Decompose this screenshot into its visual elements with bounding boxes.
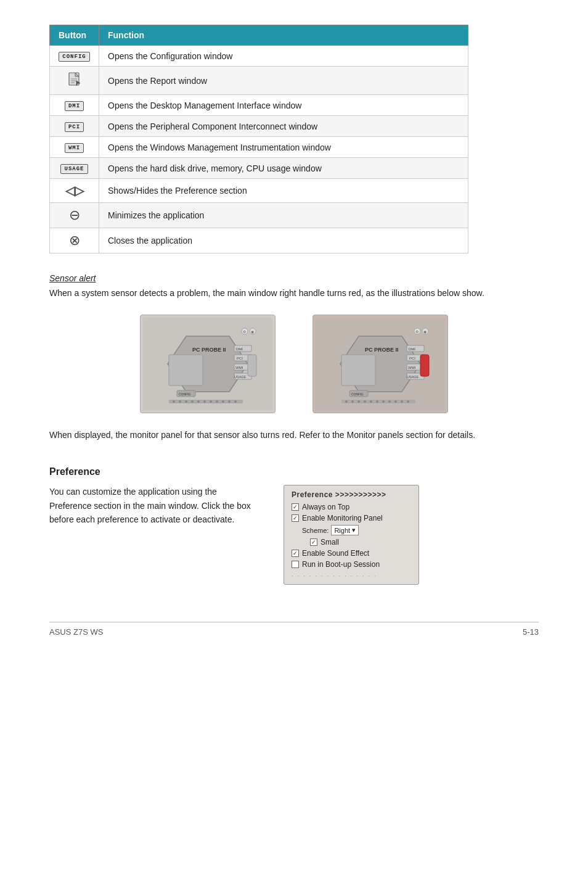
preference-title: Preference — [49, 466, 539, 477]
svg-text:USAGE: USAGE — [234, 375, 247, 379]
table-header-function: Function — [99, 25, 468, 46]
svg-text:⚙: ⚙ — [243, 330, 246, 334]
svg-point-65 — [394, 400, 397, 403]
pref-scheme-row: Scheme: Right ▾ — [302, 525, 411, 535]
pref-scheme-value: Right — [334, 527, 350, 534]
svg-point-36 — [234, 400, 237, 403]
svg-text:PC PROBE II: PC PROBE II — [192, 347, 226, 353]
table-row: DMI Opens the Desktop Management Interfa… — [50, 95, 468, 116]
preference-panel-title: Preference >>>>>>>>>>> — [292, 490, 411, 499]
pref-label-enable-monitoring: Enable Monitoring Panel — [302, 514, 383, 522]
table-row: WMI Opens the Windows Management Instrum… — [50, 137, 468, 158]
table-row: ⊖ Minimizes the application — [50, 203, 468, 228]
pref-checkbox-small[interactable]: ✓ — [310, 538, 317, 546]
button-cell — [50, 67, 99, 95]
svg-point-64 — [388, 400, 391, 403]
button-cell: WMI — [50, 137, 99, 158]
svg-rect-17 — [169, 355, 203, 386]
arrows-button-icon: ◁▷ — [65, 184, 84, 197]
page-footer: ASUS Z7S WS 5-13 — [49, 622, 539, 637]
function-cell: Opens the Report window — [99, 67, 468, 95]
report-button-icon — [66, 71, 83, 88]
svg-text:USAGE: USAGE — [407, 375, 419, 379]
sensor-alert-paragraph1: When a system sensor detects a problem, … — [49, 287, 539, 300]
probe-images-container: PC PROBE II DMI PCI WMI USAGE CONFIG ⚙ ◉ — [49, 315, 539, 413]
pref-item-boot-up[interactable]: Run in Boot-up Session — [292, 560, 411, 569]
svg-rect-24 — [248, 355, 256, 376]
dropdown-arrow-icon: ▾ — [352, 526, 356, 534]
probe-image-alert: PC PROBE II DMI PCI WMI USAGE CONFIG ⚙ ◉ — [312, 315, 448, 413]
function-cell: Shows/Hides the Preference section — [99, 179, 468, 203]
pref-label-small: Small — [321, 538, 339, 547]
close-button-icon: ⊗ — [69, 233, 80, 248]
minimize-button-icon: ⊖ — [69, 207, 80, 223]
svg-text:CONFIG: CONFIG — [179, 392, 191, 396]
svg-point-62 — [376, 400, 378, 403]
table-row: USAGE Opens the hard disk drive, memory,… — [50, 158, 468, 179]
svg-text:DMI: DMI — [409, 347, 415, 351]
pref-scheme-select[interactable]: Right ▾ — [331, 525, 359, 535]
svg-point-27 — [179, 400, 181, 403]
button-cell: PCI — [50, 116, 99, 137]
function-cell: Opens the Desktop Management Interface w… — [99, 95, 468, 116]
preference-panel: Preference >>>>>>>>>>> ✓ Always on Top ✓… — [284, 485, 419, 585]
svg-point-66 — [401, 400, 403, 403]
pref-item-small[interactable]: ✓ Small — [310, 538, 411, 547]
preference-layout: You can customize the application using … — [49, 485, 539, 585]
pref-checkbox-always-on-top[interactable]: ✓ — [292, 503, 299, 511]
svg-text:◉: ◉ — [251, 330, 254, 334]
svg-point-31 — [203, 400, 206, 403]
svg-point-28 — [185, 400, 187, 403]
pref-label-boot-up: Run in Boot-up Session — [302, 560, 380, 569]
button-cell: CONFIG — [50, 46, 99, 67]
table-row: ◁▷ Shows/Hides the Preference section — [50, 179, 468, 203]
function-cell: Opens the hard disk drive, memory, CPU u… — [99, 158, 468, 179]
svg-point-57 — [345, 400, 348, 403]
function-cell: Opens the Peripheral Component Interconn… — [99, 116, 468, 137]
pref-item-enable-monitoring[interactable]: ✓ Enable Monitoring Panel — [292, 514, 411, 522]
svg-text:PC PROBE II: PC PROBE II — [365, 347, 399, 353]
preference-section: Preference You can customize the applica… — [49, 466, 539, 585]
dmi-button-icon: DMI — [65, 101, 84, 111]
sensor-alert-title: Sensor alert — [49, 273, 539, 283]
table-row: CONFIG Opens the Configuration window — [50, 46, 468, 67]
svg-rect-55 — [420, 355, 429, 376]
pref-item-always-on-top[interactable]: ✓ Always on Top — [292, 503, 411, 511]
sensor-alert-paragraph2: When displayed, the monitor panel for th… — [49, 428, 539, 442]
function-table: Button Function CONFIG Opens the Configu… — [49, 25, 468, 254]
svg-point-30 — [197, 400, 200, 403]
svg-text:PCI: PCI — [237, 357, 243, 360]
function-cell: Minimizes the application — [99, 203, 468, 228]
usage-button-icon: USAGE — [60, 164, 88, 174]
table-row: Opens the Report window — [50, 67, 468, 95]
pref-item-sound-effect[interactable]: ✓ Enable Sound Effect — [292, 549, 411, 558]
footer-product-name: ASUS Z7S WS — [49, 627, 103, 637]
svg-point-33 — [216, 400, 218, 403]
pref-scheme-label: Scheme: — [302, 527, 329, 534]
svg-point-32 — [210, 400, 212, 403]
svg-point-61 — [370, 400, 372, 403]
svg-text:CONFIG: CONFIG — [351, 392, 364, 396]
svg-point-58 — [351, 400, 354, 403]
pci-button-icon: PCI — [65, 122, 84, 132]
svg-text:PCI: PCI — [409, 357, 415, 360]
preference-description: You can customize the application using … — [49, 485, 259, 526]
function-cell: Closes the application — [99, 228, 468, 254]
pref-checkbox-boot-up[interactable] — [292, 561, 299, 568]
svg-text:⚙: ⚙ — [415, 330, 419, 334]
svg-point-35 — [228, 400, 231, 403]
svg-text:DMI: DMI — [236, 347, 243, 351]
pref-label-sound-effect: Enable Sound Effect — [302, 549, 369, 558]
svg-point-59 — [357, 400, 360, 403]
pref-checkbox-enable-monitoring[interactable]: ✓ — [292, 514, 299, 522]
pref-label-always-on-top: Always on Top — [302, 503, 349, 511]
svg-text:◉: ◉ — [423, 330, 427, 334]
pref-checkbox-sound-effect[interactable]: ✓ — [292, 550, 299, 557]
svg-point-34 — [222, 400, 224, 403]
table-header-button: Button — [50, 25, 99, 46]
config-button-icon: CONFIG — [59, 52, 89, 62]
svg-text:WMI: WMI — [235, 366, 243, 369]
svg-text:WMI: WMI — [408, 366, 416, 369]
pref-dots-decoration: · · · · · · · · · · · · · · · — [292, 572, 411, 579]
sensor-alert-section: Sensor alert When a system sensor detect… — [49, 273, 539, 300]
